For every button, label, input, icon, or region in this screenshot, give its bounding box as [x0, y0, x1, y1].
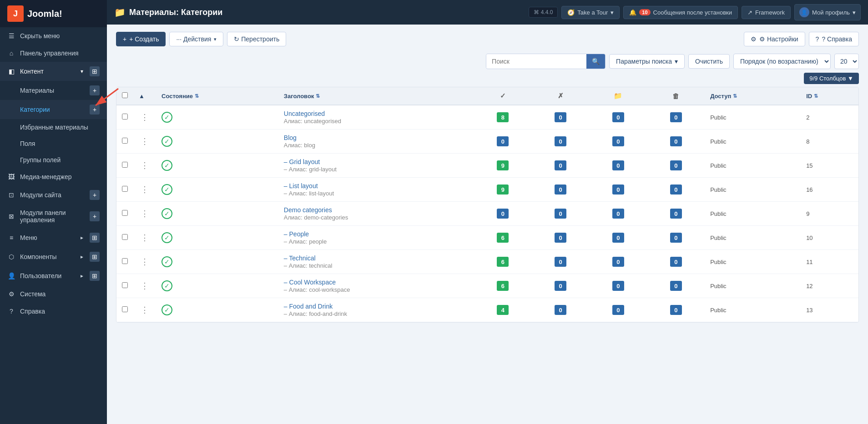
row-count2[interactable]: 0 [555, 305, 566, 315]
users-add-button[interactable]: ⊞ [90, 271, 100, 281]
row-checkbox[interactable] [122, 234, 128, 240]
status-toggle[interactable]: ✓ [161, 232, 172, 243]
header-access[interactable]: Доступ ⇅ [705, 87, 801, 105]
rebuild-button[interactable]: ↻ Перестроить [227, 32, 286, 46]
row-checkbox[interactable] [122, 114, 128, 120]
sidebar-item-field-groups[interactable]: Группы полей [0, 152, 107, 168]
content-add-button[interactable]: ⊞ [90, 66, 100, 76]
sidebar-item-fields[interactable]: Поля [0, 135, 107, 152]
row-count1[interactable]: 6 [497, 233, 509, 243]
row-count3[interactable]: 0 [612, 136, 624, 146]
row-count2[interactable]: 0 [555, 233, 566, 243]
row-count4[interactable]: 0 [670, 160, 682, 170]
sidebar-item-help[interactable]: ? Справка [0, 303, 107, 320]
row-title-link[interactable]: Demo categories [284, 206, 332, 214]
header-title[interactable]: Заголовок ⇅ [278, 87, 474, 105]
select-all-checkbox[interactable] [122, 92, 128, 98]
row-checkbox[interactable] [122, 138, 128, 144]
status-toggle[interactable]: ✓ [161, 112, 172, 123]
row-count4[interactable]: 0 [670, 305, 682, 315]
row-drag-handle[interactable]: ⋮ [139, 305, 151, 315]
profile-button[interactable]: 👤 Мой профиль ▾ [794, 4, 861, 20]
row-title-link[interactable]: – Grid layout [284, 158, 320, 165]
row-drag-handle[interactable]: ⋮ [139, 281, 151, 291]
status-toggle[interactable]: ✓ [161, 280, 172, 291]
row-count3[interactable]: 0 [612, 209, 624, 219]
search-input[interactable] [486, 55, 586, 68]
row-count4[interactable]: 0 [670, 136, 682, 146]
sidebar-item-system[interactable]: ⚙ Система [0, 285, 107, 303]
title-sort[interactable]: Заголовок ⇅ [284, 93, 320, 100]
header-status[interactable]: Состояние ⇅ [156, 87, 278, 105]
settings-button[interactable]: ⚙ ⚙ Настройки [744, 32, 805, 46]
row-drag-handle[interactable]: ⋮ [139, 257, 151, 267]
row-title-link[interactable]: – List layout [284, 182, 318, 190]
row-count2[interactable]: 0 [555, 136, 566, 146]
row-count3[interactable]: 0 [612, 233, 624, 243]
sidebar-item-users[interactable]: 👤 Пользователи ▸ ⊞ [0, 266, 107, 285]
row-drag-handle[interactable]: ⋮ [139, 209, 151, 219]
status-toggle[interactable]: ✓ [161, 184, 172, 195]
row-title-link[interactable]: – Cool Workspace [284, 279, 336, 286]
status-toggle[interactable]: ✓ [161, 136, 172, 147]
search-button[interactable]: 🔍 [586, 54, 605, 69]
status-toggle[interactable]: ✓ [161, 160, 172, 171]
row-count3[interactable]: 0 [612, 281, 624, 291]
sidebar-item-content[interactable]: ◧ Контент ▾ ⊞ [0, 62, 107, 81]
row-count3[interactable]: 0 [612, 112, 624, 122]
row-count2[interactable]: 0 [555, 281, 566, 291]
row-count2[interactable]: 0 [555, 185, 566, 195]
row-title-link[interactable]: – Technical [284, 254, 316, 262]
row-count4[interactable]: 0 [670, 209, 682, 219]
sidebar-item-components[interactable]: ⬡ Компоненты ▸ ⊞ [0, 247, 107, 266]
create-button[interactable]: + + Создать [116, 32, 166, 46]
help-button[interactable]: ? ? Справка [809, 32, 859, 46]
sidebar-item-dashboard[interactable]: ⌂ Панель управления [0, 45, 107, 62]
framework-button[interactable]: ↗ Framework [742, 6, 791, 19]
row-checkbox[interactable] [122, 282, 128, 288]
sort-select[interactable]: Порядок (по возрастанию) [733, 54, 831, 69]
status-toggle[interactable]: ✓ [161, 256, 172, 267]
header-id[interactable]: ID ⇅ [801, 87, 858, 105]
row-count1[interactable]: 9 [497, 160, 509, 170]
search-params-button[interactable]: Параметры поиска ▾ [609, 54, 685, 69]
status-toggle[interactable]: ✓ [161, 208, 172, 219]
access-sort[interactable]: Доступ ⇅ [710, 93, 737, 100]
row-count3[interactable]: 0 [612, 257, 624, 267]
row-drag-handle[interactable]: ⋮ [139, 136, 151, 146]
take-tour-button[interactable]: 🧭 Take a Tour ▾ [561, 6, 620, 19]
sidebar-item-menus[interactable]: ≡ Меню ▸ ⊞ [0, 228, 107, 247]
row-count1[interactable]: 6 [497, 281, 509, 291]
row-count3[interactable]: 0 [612, 160, 624, 170]
row-count4[interactable]: 0 [670, 281, 682, 291]
admin-modules-add-button[interactable]: + [90, 211, 100, 221]
notifications-button[interactable]: 🔔 10 Сообщения после установки [623, 6, 738, 19]
row-count2[interactable]: 0 [555, 112, 566, 122]
actions-button[interactable]: ··· Действия ▾ [169, 32, 223, 46]
sidebar-item-site-modules[interactable]: ⊡ Модули сайта + [0, 185, 107, 205]
sidebar-item-categories[interactable]: Категории + [0, 100, 107, 119]
status-toggle[interactable]: ✓ [161, 304, 172, 315]
id-sort[interactable]: ID ⇅ [806, 93, 818, 100]
row-checkbox[interactable] [122, 258, 128, 264]
columns-button[interactable]: 9/9 Столбцов ▼ [804, 73, 859, 84]
row-count3[interactable]: 0 [612, 185, 624, 195]
status-sort[interactable]: Состояние ⇅ [161, 93, 199, 100]
clear-button[interactable]: Очистить [688, 54, 730, 69]
row-title-link[interactable]: – People [284, 230, 309, 238]
row-count1[interactable]: 8 [497, 112, 509, 122]
site-modules-add-button[interactable]: + [90, 190, 100, 200]
menus-add-button[interactable]: ⊞ [90, 233, 100, 243]
sidebar-item-hide-menu[interactable]: ☰ Скрыть меню [0, 27, 107, 45]
row-drag-handle[interactable]: ⋮ [139, 233, 151, 243]
sidebar-item-featured[interactable]: Избранные материалы [0, 119, 107, 135]
row-count4[interactable]: 0 [670, 112, 682, 122]
row-count4[interactable]: 0 [670, 185, 682, 195]
row-checkbox[interactable] [122, 306, 128, 312]
components-add-button[interactable]: ⊞ [90, 252, 100, 262]
row-count1[interactable]: 0 [497, 209, 509, 219]
sidebar-item-media[interactable]: 🖼 Медиа-менеджер [0, 168, 107, 185]
row-count4[interactable]: 0 [670, 233, 682, 243]
row-title-link[interactable]: Uncategorised [284, 110, 325, 117]
row-count2[interactable]: 0 [555, 209, 566, 219]
